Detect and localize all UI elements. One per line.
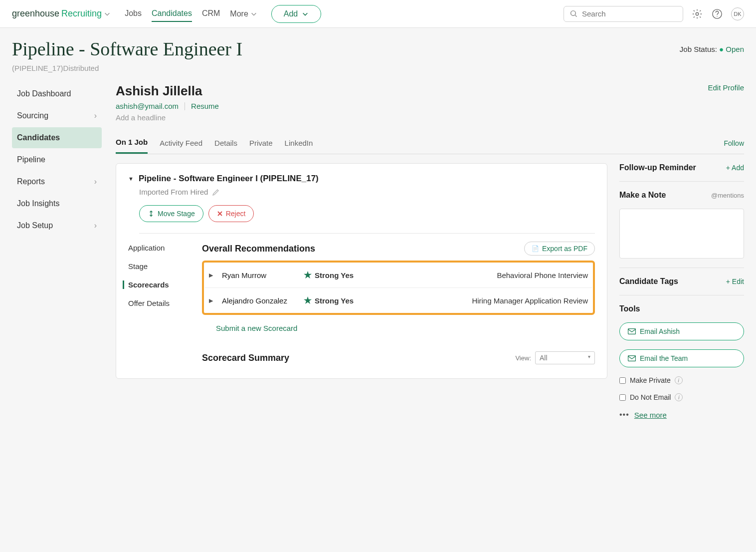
make-private-checkbox[interactable]	[619, 377, 626, 384]
info-icon[interactable]: i	[675, 393, 683, 401]
divider	[619, 268, 744, 268]
tab-activity[interactable]: Activity Feed	[160, 134, 202, 153]
job-status: Job Status: ● Open	[680, 45, 744, 53]
tab-linkedin[interactable]: LinkedIn	[285, 134, 313, 153]
see-more-link[interactable]: See more	[634, 411, 667, 419]
sidebar: Job Dashboard Sourcing › Candidates Pipe…	[12, 83, 102, 419]
sidebar-item-dashboard[interactable]: Job Dashboard	[12, 83, 102, 104]
chevron-down-icon	[104, 10, 111, 17]
move-stage-label: Move Stage	[158, 210, 195, 218]
page-title: Pipeline - Software Engineer I	[12, 38, 242, 60]
rating-label: Strong Yes	[315, 271, 354, 279]
top-nav: Jobs Candidates CRM More	[125, 6, 257, 22]
tab-on-job[interactable]: On 1 Job	[116, 133, 148, 154]
email-candidate-button[interactable]: Email Ashish	[619, 322, 744, 340]
do-not-email-row[interactable]: Do Not Email i	[619, 393, 744, 401]
sidebar-item-candidates[interactable]: Candidates	[12, 127, 102, 148]
chevron-right-icon: ›	[94, 221, 97, 230]
collapse-icon[interactable]: ▼	[128, 176, 134, 182]
candidate-email[interactable]: ashish@ymail.com	[116, 102, 179, 110]
user-avatar[interactable]: DK	[731, 7, 744, 20]
followup-title: Follow-up Reminder	[619, 163, 696, 172]
sidebar-item-label: Reports	[17, 177, 45, 186]
expand-icon[interactable]: ▶	[209, 272, 215, 278]
tags-title: Candidate Tags	[619, 277, 678, 286]
sc-nav-offer[interactable]: Offer Details	[128, 299, 188, 307]
logo[interactable]: greenhouse Recruiting	[12, 8, 111, 19]
sidebar-item-label: Sourcing	[17, 111, 48, 120]
follow-link[interactable]: Follow	[724, 139, 744, 147]
svg-point-1	[696, 12, 699, 15]
edit-profile-link[interactable]: Edit Profile	[708, 83, 744, 92]
reject-label: Reject	[226, 210, 246, 218]
nav-crm[interactable]: CRM	[202, 6, 220, 22]
sidebar-item-sourcing[interactable]: Sourcing ›	[12, 105, 102, 126]
search-icon	[570, 9, 578, 18]
help-icon	[712, 8, 723, 19]
candidate-tabs: On 1 Job Activity Feed Details Private L…	[116, 133, 744, 154]
sc-nav-scorecards[interactable]: Scorecards	[123, 280, 188, 289]
edit-source-icon[interactable]	[212, 188, 220, 196]
view-label: View:	[515, 354, 531, 362]
move-icon	[148, 210, 155, 217]
recommendations-highlight: ▶ Ryan Murrow ★ Strong Yes Behavioral Ph…	[202, 261, 595, 315]
job-status-value: Open	[726, 45, 744, 53]
tab-private[interactable]: Private	[249, 134, 273, 153]
search-input[interactable]	[582, 9, 677, 18]
page-subtitle: (PIPELINE_17)Distributed	[12, 64, 744, 72]
star-icon: ★	[304, 295, 312, 306]
add-button[interactable]: Add	[271, 5, 321, 23]
expand-icon[interactable]: ▶	[209, 297, 215, 304]
nav-more[interactable]: More	[230, 6, 257, 22]
divider	[619, 295, 744, 295]
resume-link[interactable]: Resume	[191, 102, 219, 110]
view-select[interactable]: All	[535, 351, 595, 364]
do-not-email-checkbox[interactable]	[619, 394, 626, 401]
right-column: Follow-up Reminder + Add Make a Note @me…	[619, 163, 744, 419]
email-team-button[interactable]: Email the Team	[619, 349, 744, 367]
card-title: Pipeline - Software Engineer I (PIPELINE…	[139, 174, 319, 184]
make-private-row[interactable]: Make Private i	[619, 376, 744, 384]
tags-edit[interactable]: + Edit	[726, 277, 744, 285]
sc-nav-application[interactable]: Application	[128, 244, 188, 252]
search-box[interactable]	[564, 6, 683, 22]
svg-rect-4	[628, 329, 636, 334]
interview-stage: Behavioral Phone Interview	[371, 271, 588, 279]
page-header: Pipeline - Software Engineer I Job Statu…	[0, 28, 756, 75]
sidebar-item-insights[interactable]: Job Insights	[12, 193, 102, 214]
star-icon: ★	[304, 270, 312, 280]
settings-button[interactable]	[691, 8, 703, 20]
followup-add[interactable]: + Add	[726, 164, 744, 172]
nav-more-label: More	[230, 9, 248, 18]
help-button[interactable]	[711, 8, 723, 20]
nav-jobs[interactable]: Jobs	[125, 6, 142, 22]
add-headline[interactable]: Add a headline	[116, 113, 219, 122]
info-icon[interactable]: i	[675, 376, 683, 384]
interview-stage: Hiring Manager Application Review	[371, 296, 588, 305]
rating: ★ Strong Yes	[304, 270, 364, 280]
note-input[interactable]	[619, 209, 744, 259]
svg-rect-5	[628, 356, 636, 361]
divider	[139, 233, 595, 234]
reject-button[interactable]: Reject	[208, 205, 254, 222]
svg-point-3	[717, 15, 717, 16]
move-stage-button[interactable]: Move Stage	[139, 205, 203, 222]
sidebar-item-pipeline[interactable]: Pipeline	[12, 149, 102, 170]
scorecard-main: Overall Recommendations 📄 Export as PDF …	[202, 242, 595, 364]
email-candidate-label: Email Ashish	[640, 327, 680, 335]
rating-label: Strong Yes	[315, 296, 354, 305]
chevron-down-icon	[302, 10, 309, 17]
rating: ★ Strong Yes	[304, 295, 364, 306]
mentions-link[interactable]: @mentions	[711, 192, 744, 199]
do-not-email-label: Do Not Email	[630, 393, 671, 401]
gear-icon	[692, 8, 703, 19]
sidebar-item-reports[interactable]: Reports ›	[12, 171, 102, 192]
tab-details[interactable]: Details	[214, 134, 237, 153]
export-pdf-button[interactable]: 📄 Export as PDF	[524, 242, 595, 256]
submit-scorecard-link[interactable]: Submit a new Scorecard	[216, 324, 595, 332]
sidebar-item-setup[interactable]: Job Setup ›	[12, 215, 102, 236]
nav-candidates[interactable]: Candidates	[152, 6, 192, 22]
sc-nav-stage[interactable]: Stage	[128, 262, 188, 271]
chevron-right-icon: ›	[94, 177, 97, 186]
pdf-icon: 📄	[532, 245, 539, 252]
